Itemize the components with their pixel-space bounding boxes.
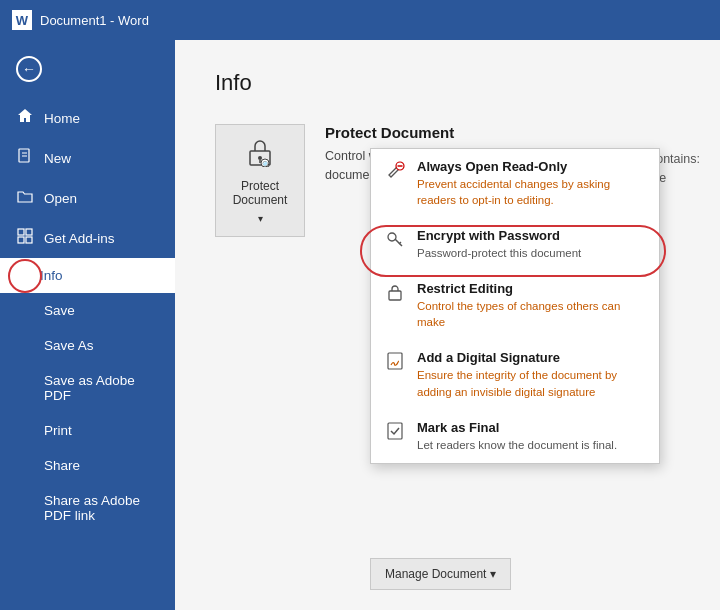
sidebar-addins-label: Get Add-ins bbox=[44, 231, 115, 246]
word-icon: W bbox=[12, 10, 32, 30]
svg-point-8 bbox=[258, 156, 262, 160]
back-circle-icon: ← bbox=[16, 56, 42, 82]
svg-rect-6 bbox=[26, 237, 32, 243]
dropdown-restrict-desc: Control the types of changes others can … bbox=[417, 298, 645, 330]
document-check-icon bbox=[385, 421, 405, 446]
protect-button-label: ProtectDocument bbox=[233, 179, 288, 207]
sidebar-item-info[interactable]: Info bbox=[0, 258, 175, 293]
protect-title: Protect Document bbox=[325, 124, 680, 141]
svg-rect-3 bbox=[18, 229, 24, 235]
main-content: Info 🔍 ProtectDocument ▾ P bbox=[175, 40, 720, 610]
dropdown-readonly-content: Always Open Read-Only Prevent accidental… bbox=[417, 159, 645, 208]
title-bar: W Document1 - Word bbox=[0, 0, 720, 40]
dropdown-item-restrict[interactable]: Restrict Editing Control the types of ch… bbox=[371, 271, 659, 340]
protect-dropdown: Always Open Read-Only Prevent accidental… bbox=[370, 148, 660, 464]
page-title: Info bbox=[215, 70, 680, 96]
manage-arrow-icon: ▾ bbox=[490, 567, 496, 581]
open-icon bbox=[16, 188, 34, 208]
info-red-circle bbox=[8, 259, 42, 293]
dropdown-item-signature[interactable]: Add a Digital Signature Ensure the integ… bbox=[371, 340, 659, 409]
svg-rect-19 bbox=[388, 423, 402, 439]
dropdown-readonly-title: Always Open Read-Only bbox=[417, 159, 645, 174]
new-icon bbox=[16, 148, 34, 168]
sidebar-item-save[interactable]: Save bbox=[0, 293, 175, 328]
sidebar-item-open[interactable]: Open bbox=[0, 178, 175, 218]
sidebar-adobe-label: Save as Adobe PDF bbox=[16, 373, 159, 403]
back-button[interactable]: ← bbox=[0, 48, 175, 90]
title-bar-text: Document1 - Word bbox=[40, 13, 149, 28]
svg-rect-18 bbox=[388, 353, 402, 369]
dropdown-signature-title: Add a Digital Signature bbox=[417, 350, 645, 365]
svg-rect-4 bbox=[26, 229, 32, 235]
dropdown-item-readonly[interactable]: Always Open Read-Only Prevent accidental… bbox=[371, 149, 659, 218]
dropdown-item-final[interactable]: Mark as Final Let readers know the docum… bbox=[371, 410, 659, 463]
sidebar-home-label: Home bbox=[44, 111, 80, 126]
sidebar-new-label: New bbox=[44, 151, 71, 166]
dropdown-encrypt-content: Encrypt with Password Password-protect t… bbox=[417, 228, 645, 261]
dropdown-signature-content: Add a Digital Signature Ensure the integ… bbox=[417, 350, 645, 399]
lock-icon bbox=[385, 282, 405, 307]
sidebar-info-label: Info bbox=[40, 268, 63, 283]
sidebar-open-label: Open bbox=[44, 191, 77, 206]
sidebar-item-print[interactable]: Print bbox=[0, 413, 175, 448]
sidebar: ← Home New Open bbox=[0, 40, 175, 610]
dropdown-signature-desc: Ensure the integrity of the document by … bbox=[417, 367, 645, 399]
sidebar-item-home[interactable]: Home bbox=[0, 98, 175, 138]
sidebar-item-new[interactable]: New bbox=[0, 138, 175, 178]
protect-icon: 🔍 bbox=[246, 137, 274, 173]
protect-arrow-icon: ▾ bbox=[258, 213, 263, 224]
dropdown-item-encrypt[interactable]: Encrypt with Password Password-protect t… bbox=[371, 218, 659, 271]
dropdown-readonly-desc: Prevent accidental changes by asking rea… bbox=[417, 176, 645, 208]
sidebar-print-label: Print bbox=[16, 423, 72, 438]
addins-icon bbox=[16, 228, 34, 248]
manage-section: Manage Document ▾ bbox=[370, 558, 511, 590]
pencil-block-icon bbox=[385, 160, 405, 185]
sidebar-item-share[interactable]: Share bbox=[0, 448, 175, 483]
manage-document-button[interactable]: Manage Document ▾ bbox=[370, 558, 511, 590]
manage-label: Manage Document bbox=[385, 567, 486, 581]
svg-rect-17 bbox=[389, 291, 401, 300]
sidebar-item-addins[interactable]: Get Add-ins bbox=[0, 218, 175, 258]
svg-rect-5 bbox=[18, 237, 24, 243]
dropdown-restrict-content: Restrict Editing Control the types of ch… bbox=[417, 281, 645, 330]
dropdown-final-desc: Let readers know the document is final. bbox=[417, 437, 645, 453]
dropdown-restrict-title: Restrict Editing bbox=[417, 281, 645, 296]
sidebar-save-label: Save bbox=[16, 303, 75, 318]
home-icon bbox=[16, 108, 34, 128]
sidebar-item-adobe[interactable]: Save as Adobe PDF bbox=[0, 363, 175, 413]
key-icon bbox=[385, 229, 405, 254]
dropdown-final-title: Mark as Final bbox=[417, 420, 645, 435]
sidebar-share-label: Share bbox=[16, 458, 80, 473]
dropdown-encrypt-title: Encrypt with Password bbox=[417, 228, 645, 243]
sidebar-share-adobe-label: Share as Adobe PDF link bbox=[16, 493, 159, 523]
sidebar-saveas-label: Save As bbox=[16, 338, 94, 353]
app-body: ← Home New Open bbox=[0, 40, 720, 610]
sidebar-item-saveas[interactable]: Save As bbox=[0, 328, 175, 363]
dropdown-final-content: Mark as Final Let readers know the docum… bbox=[417, 420, 645, 453]
svg-text:🔍: 🔍 bbox=[262, 160, 271, 167]
signature-icon bbox=[385, 351, 405, 376]
protect-document-button[interactable]: 🔍 ProtectDocument ▾ bbox=[215, 124, 305, 237]
sidebar-item-share-adobe[interactable]: Share as Adobe PDF link bbox=[0, 483, 175, 533]
dropdown-encrypt-desc: Password-protect this document bbox=[417, 245, 645, 261]
